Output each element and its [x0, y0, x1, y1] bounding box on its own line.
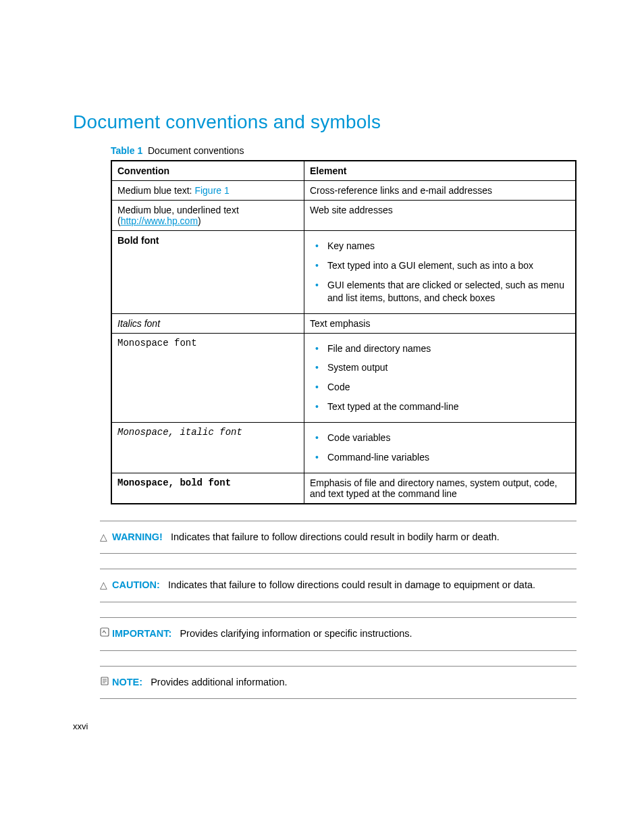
list-item: Command-line variables [313, 448, 570, 467]
element-cell: Web site addresses [304, 201, 576, 231]
convention-cell: Monospace, bold font [111, 473, 304, 504]
list-item: Code variables [313, 428, 570, 448]
list-item: System output [313, 358, 570, 377]
table-row: Monospace, italic font Code variables Co… [111, 423, 576, 473]
table-header-element: Element [304, 161, 576, 181]
table-title: Document conventions [148, 145, 244, 156]
table-header-convention: Convention [111, 161, 304, 181]
table-row: Medium blue, underlined text (http://www… [111, 201, 576, 231]
warning-label: WARNING! [112, 531, 163, 542]
convention-cell: Medium blue text: Figure 1 [111, 181, 304, 201]
list-item: File and directory names [313, 339, 570, 359]
important-icon [100, 627, 112, 640]
warning-text: Indicates that failure to follow directi… [171, 531, 500, 542]
important-callout: IMPORTANT: Provides clarifying informati… [100, 617, 576, 651]
convention-cell: Monospace font [111, 333, 304, 423]
element-cell: Cross-reference links and e-mail address… [304, 181, 576, 201]
convention-cell: Bold font [111, 231, 304, 314]
table-row: Monospace, bold font Emphasis of file an… [111, 473, 576, 504]
list-item: Text typed at the command-line [313, 397, 570, 417]
url-link[interactable]: http://www.hp.com [121, 215, 198, 226]
caution-text: Indicates that failure to follow directi… [168, 579, 535, 590]
important-label: IMPORTANT: [112, 628, 171, 639]
important-text: Provides clarifying information or speci… [180, 628, 412, 639]
note-text: Provides additional information. [151, 677, 287, 687]
page-number: xxvi [73, 721, 88, 731]
convention-cell: Monospace, italic font [111, 423, 304, 473]
warning-callout: △ WARNING! Indicates that failure to fol… [100, 521, 576, 554]
caution-label: CAUTION: [112, 579, 160, 590]
list-item: Code [313, 377, 570, 397]
element-cell: Key names Text typed into a GUI element,… [304, 231, 576, 314]
figure-link[interactable]: Figure 1 [194, 185, 229, 196]
note-callout: NOTE: Provides additional information. [100, 666, 576, 700]
caution-icon: △ [100, 579, 112, 591]
element-cell: Emphasis of file and directory names, sy… [304, 473, 576, 504]
table-caption: Table 1 Document conventions [111, 145, 576, 156]
warning-icon: △ [100, 531, 112, 543]
list-item: Key names [313, 236, 570, 256]
note-label: NOTE: [112, 677, 142, 687]
list-item: GUI elements that are clicked or selecte… [313, 276, 570, 308]
page-heading: Document conventions and symbols [73, 111, 576, 133]
element-cell: Code variables Command-line variables [304, 423, 576, 473]
caution-callout: △ CAUTION: Indicates that failure to fol… [100, 569, 576, 602]
element-cell: File and directory names System output C… [304, 333, 576, 423]
convention-cell: Medium blue, underlined text (http://www… [111, 201, 304, 231]
element-cell: Text emphasis [304, 313, 576, 333]
table-label: Table 1 [111, 145, 142, 156]
list-item: Text typed into a GUI element, such as i… [313, 256, 570, 276]
convention-cell: Italics font [111, 313, 304, 333]
conventions-table: Convention Element Medium blue text: Fig… [111, 160, 576, 504]
table-row: Monospace font File and directory names … [111, 333, 576, 423]
table-row: Bold font Key names Text typed into a GU… [111, 231, 576, 314]
note-icon [100, 676, 112, 688]
table-row: Italics font Text emphasis [111, 313, 576, 333]
table-row: Medium blue text: Figure 1 Cross-referen… [111, 181, 576, 201]
